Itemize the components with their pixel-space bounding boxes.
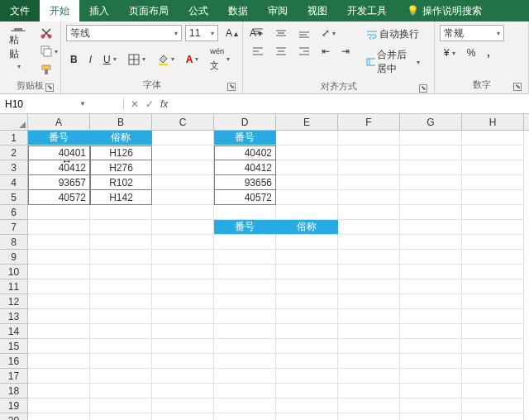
cell-D11[interactable] <box>214 279 276 294</box>
cell-F6[interactable] <box>338 205 400 220</box>
tab-formula[interactable]: 公式 <box>179 0 218 21</box>
align-top-button[interactable] <box>248 25 268 41</box>
indent-dec-button[interactable]: ⇤ <box>317 43 334 60</box>
cell-B11[interactable] <box>90 279 152 294</box>
cell-A13[interactable] <box>28 309 90 324</box>
cell-D5[interactable]: 40572 <box>214 190 276 205</box>
cell-F12[interactable] <box>338 294 400 309</box>
cell-C1[interactable] <box>152 131 214 146</box>
cell-B12[interactable] <box>90 294 152 309</box>
row-header-9[interactable]: 9 <box>0 250 28 265</box>
cell-H10[interactable] <box>462 265 524 279</box>
cell-G4[interactable] <box>400 175 462 190</box>
cell-B8[interactable] <box>90 235 152 250</box>
copy-button[interactable]: ▾ <box>36 43 62 60</box>
cell-E17[interactable] <box>276 369 338 384</box>
cell-H11[interactable] <box>462 279 524 294</box>
cell-A9[interactable] <box>28 250 90 265</box>
cell-H7[interactable] <box>462 220 524 235</box>
cell-H20[interactable] <box>462 413 524 420</box>
enter-icon[interactable]: ✓ <box>145 98 154 110</box>
cell-D14[interactable] <box>214 324 276 339</box>
cell-A10[interactable] <box>28 265 90 279</box>
comma-button[interactable]: , <box>483 45 493 61</box>
cell-D2[interactable]: 40402 <box>214 146 276 160</box>
col-header-H[interactable]: H <box>462 114 524 131</box>
cell-B3[interactable]: H276 <box>90 160 152 175</box>
cell-F10[interactable] <box>338 265 400 279</box>
cut-button[interactable] <box>36 25 62 41</box>
cells-area[interactable]: 番号俗称番号40401H1264040240412H2764041293657R… <box>28 131 524 420</box>
row-header-14[interactable]: 14 <box>0 324 28 339</box>
name-box-input[interactable] <box>5 98 79 110</box>
cell-A12[interactable] <box>28 294 90 309</box>
cell-E11[interactable] <box>276 279 338 294</box>
cell-G9[interactable] <box>400 250 462 265</box>
row-header-19[interactable]: 19 <box>0 399 28 413</box>
cell-A5[interactable]: 40572 <box>28 190 90 205</box>
cell-B2[interactable]: H126 <box>90 146 152 160</box>
cell-G7[interactable] <box>400 220 462 235</box>
cell-H1[interactable] <box>462 131 524 146</box>
cell-H16[interactable] <box>462 354 524 369</box>
cell-D19[interactable] <box>214 399 276 413</box>
cell-H8[interactable] <box>462 235 524 250</box>
cell-C15[interactable] <box>152 339 214 354</box>
cell-D3[interactable]: 40412 <box>214 160 276 175</box>
cell-D15[interactable] <box>214 339 276 354</box>
tab-home[interactable]: 开始 <box>40 0 79 21</box>
currency-button[interactable]: ¥▾ <box>440 45 460 61</box>
row-header-4[interactable]: 4 <box>0 175 28 190</box>
cell-D20[interactable] <box>214 413 276 420</box>
paste-button[interactable]: 粘贴▾ <box>5 25 31 73</box>
cell-E7[interactable]: 俗称 <box>276 220 338 235</box>
cell-G5[interactable] <box>400 190 462 205</box>
row-header-10[interactable]: 10 <box>0 265 28 279</box>
italic-button[interactable]: I <box>85 51 96 68</box>
tab-view[interactable]: 视图 <box>298 0 337 21</box>
align-launcher-icon[interactable]: ⬊ <box>419 84 427 93</box>
increase-font-button[interactable]: A▴ <box>222 25 242 41</box>
cell-D4[interactable]: 93656 <box>214 175 276 190</box>
cell-A15[interactable] <box>28 339 90 354</box>
row-header-2[interactable]: 2 <box>0 146 28 160</box>
col-header-G[interactable]: G <box>400 114 462 131</box>
cell-C9[interactable] <box>152 250 214 265</box>
tab-layout[interactable]: 页面布局 <box>119 0 179 21</box>
tab-help[interactable]: 💡操作说明搜索 <box>397 0 492 21</box>
tab-data[interactable]: 数据 <box>218 0 258 21</box>
align-middle-button[interactable] <box>271 25 291 41</box>
cell-E4[interactable] <box>276 175 338 190</box>
fx-icon[interactable]: fx <box>160 98 168 110</box>
tab-insert[interactable]: 插入 <box>79 0 119 21</box>
cell-B18[interactable] <box>90 384 152 399</box>
row-header-3[interactable]: 3 <box>0 160 28 175</box>
cell-B17[interactable] <box>90 369 152 384</box>
cell-H15[interactable] <box>462 339 524 354</box>
cell-A4[interactable]: 93657 <box>28 175 90 190</box>
cell-B9[interactable] <box>90 250 152 265</box>
row-header-1[interactable]: 1 <box>0 131 28 146</box>
cell-H14[interactable] <box>462 324 524 339</box>
bold-button[interactable]: B <box>66 51 82 68</box>
font-name-combo[interactable]: 等线▾ <box>66 25 182 41</box>
cell-F8[interactable] <box>338 235 400 250</box>
cell-G19[interactable] <box>400 399 462 413</box>
cell-G17[interactable] <box>400 369 462 384</box>
align-center-button[interactable] <box>271 43 291 60</box>
cell-D6[interactable] <box>214 205 276 220</box>
select-all-corner[interactable] <box>0 114 28 131</box>
cell-H5[interactable] <box>462 190 524 205</box>
cell-B14[interactable] <box>90 324 152 339</box>
cell-F1[interactable] <box>338 131 400 146</box>
row-header-12[interactable]: 12 <box>0 294 28 309</box>
cell-B6[interactable] <box>90 205 152 220</box>
cell-E19[interactable] <box>276 399 338 413</box>
cell-G20[interactable] <box>400 413 462 420</box>
cell-B19[interactable] <box>90 399 152 413</box>
cell-H17[interactable] <box>462 369 524 384</box>
cell-F7[interactable] <box>338 220 400 235</box>
row-header-7[interactable]: 7 <box>0 220 28 235</box>
cell-G10[interactable] <box>400 265 462 279</box>
col-header-C[interactable]: C <box>152 114 214 131</box>
